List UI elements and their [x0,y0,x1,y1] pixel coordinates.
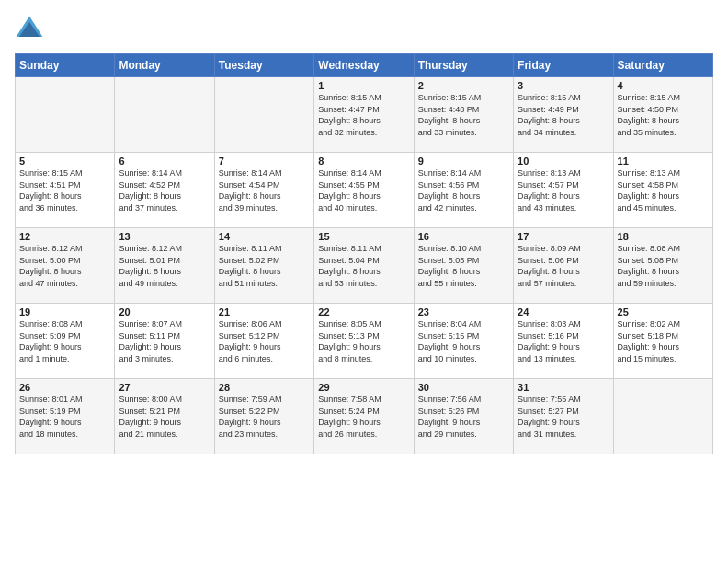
calendar-week-1: 1Sunrise: 8:15 AM Sunset: 4:47 PM Daylig… [16,77,713,153]
day-info: Sunrise: 8:15 AM Sunset: 4:48 PM Dayligh… [418,92,509,138]
page-header [15,15,713,44]
calendar-table: SundayMondayTuesdayWednesdayThursdayFrid… [15,53,713,454]
calendar-cell: 16Sunrise: 8:10 AM Sunset: 5:05 PM Dayli… [414,228,513,304]
day-number: 24 [518,306,609,317]
calendar-cell: 14Sunrise: 8:11 AM Sunset: 5:02 PM Dayli… [214,228,313,304]
calendar-week-2: 5Sunrise: 8:15 AM Sunset: 4:51 PM Daylig… [16,153,713,228]
day-number: 22 [318,306,409,317]
day-number: 16 [418,231,509,242]
day-info: Sunrise: 8:11 AM Sunset: 5:02 PM Dayligh… [219,243,310,289]
day-number: 30 [418,382,509,393]
day-info: Sunrise: 7:56 AM Sunset: 5:26 PM Dayligh… [418,394,509,440]
calendar-cell: 8Sunrise: 8:14 AM Sunset: 4:55 PM Daylig… [314,153,414,228]
weekday-wednesday: Wednesday [314,54,414,77]
calendar-cell: 4Sunrise: 8:15 AM Sunset: 4:50 PM Daylig… [613,77,712,153]
day-info: Sunrise: 8:14 AM Sunset: 4:52 PM Dayligh… [119,167,210,213]
day-info: Sunrise: 8:04 AM Sunset: 5:15 PM Dayligh… [418,318,509,364]
calendar-cell: 9Sunrise: 8:14 AM Sunset: 4:56 PM Daylig… [414,153,513,228]
day-number: 10 [518,155,609,167]
calendar-cell: 1Sunrise: 8:15 AM Sunset: 4:47 PM Daylig… [314,77,414,153]
calendar-cell: 20Sunrise: 8:07 AM Sunset: 5:11 PM Dayli… [115,304,214,379]
weekday-header-row: SundayMondayTuesdayWednesdayThursdayFrid… [16,54,713,77]
page-container: SundayMondayTuesdayWednesdayThursdayFrid… [0,0,728,462]
calendar-week-3: 12Sunrise: 8:12 AM Sunset: 5:00 PM Dayli… [16,228,713,304]
day-number: 9 [418,155,509,167]
day-info: Sunrise: 8:12 AM Sunset: 5:01 PM Dayligh… [119,243,210,289]
day-number: 19 [19,306,110,317]
day-number: 23 [418,306,509,317]
day-info: Sunrise: 8:11 AM Sunset: 5:04 PM Dayligh… [318,243,409,289]
calendar-cell: 18Sunrise: 8:08 AM Sunset: 5:08 PM Dayli… [613,228,712,304]
calendar-cell: 3Sunrise: 8:15 AM Sunset: 4:49 PM Daylig… [514,77,613,153]
day-info: Sunrise: 7:59 AM Sunset: 5:22 PM Dayligh… [219,394,310,440]
day-info: Sunrise: 8:00 AM Sunset: 5:21 PM Dayligh… [119,394,210,440]
calendar-cell: 19Sunrise: 8:08 AM Sunset: 5:09 PM Dayli… [16,304,115,379]
day-info: Sunrise: 8:02 AM Sunset: 5:18 PM Dayligh… [618,318,709,364]
day-info: Sunrise: 8:13 AM Sunset: 4:57 PM Dayligh… [518,167,609,213]
day-info: Sunrise: 8:13 AM Sunset: 4:58 PM Dayligh… [618,167,709,213]
calendar-cell: 5Sunrise: 8:15 AM Sunset: 4:51 PM Daylig… [16,153,115,228]
calendar-cell [16,77,115,153]
day-number: 6 [119,155,210,167]
calendar-cell: 30Sunrise: 7:56 AM Sunset: 5:26 PM Dayli… [414,379,513,454]
calendar-cell: 6Sunrise: 8:14 AM Sunset: 4:52 PM Daylig… [115,153,214,228]
calendar-cell: 15Sunrise: 8:11 AM Sunset: 5:04 PM Dayli… [314,228,414,304]
calendar-cell: 25Sunrise: 8:02 AM Sunset: 5:18 PM Dayli… [613,304,712,379]
calendar-cell: 7Sunrise: 8:14 AM Sunset: 4:54 PM Daylig… [214,153,313,228]
day-info: Sunrise: 8:15 AM Sunset: 4:49 PM Dayligh… [518,92,609,138]
calendar-cell: 24Sunrise: 8:03 AM Sunset: 5:16 PM Dayli… [514,304,613,379]
calendar-week-5: 26Sunrise: 8:01 AM Sunset: 5:19 PM Dayli… [16,379,713,454]
logo-icon [15,15,44,44]
day-number: 20 [119,306,210,317]
weekday-tuesday: Tuesday [214,54,313,77]
day-info: Sunrise: 8:08 AM Sunset: 5:08 PM Dayligh… [618,243,709,289]
day-info: Sunrise: 8:12 AM Sunset: 5:00 PM Dayligh… [19,243,110,289]
day-number: 26 [19,382,110,393]
day-number: 2 [418,80,509,91]
calendar-cell: 27Sunrise: 8:00 AM Sunset: 5:21 PM Dayli… [115,379,214,454]
day-info: Sunrise: 8:14 AM Sunset: 4:54 PM Dayligh… [219,167,310,213]
day-number: 4 [618,80,709,91]
day-number: 15 [318,231,409,242]
calendar-cell: 11Sunrise: 8:13 AM Sunset: 4:58 PM Dayli… [613,153,712,228]
weekday-friday: Friday [514,54,613,77]
weekday-thursday: Thursday [414,54,513,77]
day-number: 13 [119,231,210,242]
calendar-cell: 23Sunrise: 8:04 AM Sunset: 5:15 PM Dayli… [414,304,513,379]
day-number: 27 [119,382,210,393]
weekday-saturday: Saturday [613,54,712,77]
day-info: Sunrise: 8:10 AM Sunset: 5:05 PM Dayligh… [418,243,509,289]
day-info: Sunrise: 8:15 AM Sunset: 4:47 PM Dayligh… [318,92,409,138]
calendar-cell: 29Sunrise: 7:58 AM Sunset: 5:24 PM Dayli… [314,379,414,454]
calendar-cell [214,77,313,153]
day-info: Sunrise: 8:15 AM Sunset: 4:51 PM Dayligh… [19,167,110,213]
day-info: Sunrise: 8:03 AM Sunset: 5:16 PM Dayligh… [518,318,609,364]
day-number: 7 [219,155,310,167]
day-info: Sunrise: 8:01 AM Sunset: 5:19 PM Dayligh… [19,394,110,440]
calendar-cell: 13Sunrise: 8:12 AM Sunset: 5:01 PM Dayli… [115,228,214,304]
day-number: 3 [518,80,609,91]
day-number: 12 [19,231,110,242]
weekday-monday: Monday [115,54,214,77]
calendar-cell: 26Sunrise: 8:01 AM Sunset: 5:19 PM Dayli… [16,379,115,454]
calendar-week-4: 19Sunrise: 8:08 AM Sunset: 5:09 PM Dayli… [16,304,713,379]
day-number: 8 [318,155,409,167]
day-info: Sunrise: 8:06 AM Sunset: 5:12 PM Dayligh… [219,318,310,364]
weekday-sunday: Sunday [16,54,115,77]
calendar-cell: 12Sunrise: 8:12 AM Sunset: 5:00 PM Dayli… [16,228,115,304]
day-info: Sunrise: 7:55 AM Sunset: 5:27 PM Dayligh… [518,394,609,440]
day-number: 5 [19,155,110,167]
logo [15,15,46,44]
calendar-cell: 22Sunrise: 8:05 AM Sunset: 5:13 PM Dayli… [314,304,414,379]
calendar-cell: 2Sunrise: 8:15 AM Sunset: 4:48 PM Daylig… [414,77,513,153]
calendar-cell: 10Sunrise: 8:13 AM Sunset: 4:57 PM Dayli… [514,153,613,228]
day-number: 25 [618,306,709,317]
day-number: 11 [618,155,709,167]
day-info: Sunrise: 8:07 AM Sunset: 5:11 PM Dayligh… [119,318,210,364]
calendar-cell: 21Sunrise: 8:06 AM Sunset: 5:12 PM Dayli… [214,304,313,379]
day-number: 18 [618,231,709,242]
day-number: 28 [219,382,310,393]
calendar-cell: 31Sunrise: 7:55 AM Sunset: 5:27 PM Dayli… [514,379,613,454]
day-info: Sunrise: 8:09 AM Sunset: 5:06 PM Dayligh… [518,243,609,289]
day-number: 31 [518,382,609,393]
